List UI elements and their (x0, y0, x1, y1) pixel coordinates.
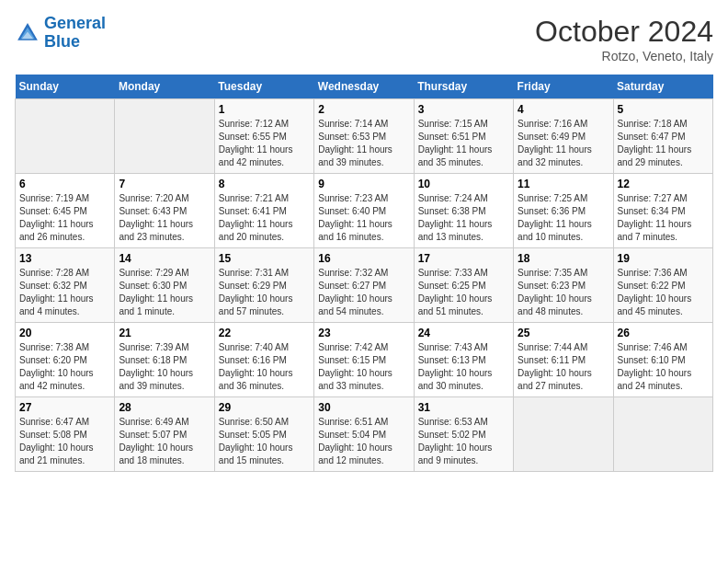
calendar-cell: 18Sunrise: 7:35 AMSunset: 6:23 PMDayligh… (514, 248, 613, 323)
day-info: Sunrise: 7:16 AMSunset: 6:49 PMDaylight:… (518, 118, 609, 169)
calendar-cell: 28Sunrise: 6:49 AMSunset: 5:07 PMDayligh… (115, 397, 214, 472)
day-number: 18 (518, 252, 609, 265)
day-number: 26 (618, 327, 709, 339)
title-block: October 2024 Rotzo, Veneto, Italy (535, 15, 713, 63)
calendar-cell: 17Sunrise: 7:33 AMSunset: 6:25 PMDayligh… (414, 248, 513, 323)
calendar-cell (514, 397, 613, 472)
day-info: Sunrise: 7:25 AMSunset: 6:36 PMDaylight:… (518, 192, 609, 244)
day-info: Sunrise: 7:23 AMSunset: 6:40 PMDaylight:… (318, 192, 409, 244)
day-info: Sunrise: 7:40 AMSunset: 6:16 PMDaylight:… (219, 341, 310, 393)
weekday-header-thursday: Thursday (414, 75, 513, 99)
day-number: 2 (318, 103, 409, 116)
calendar-cell: 4Sunrise: 7:16 AMSunset: 6:49 PMDaylight… (514, 99, 613, 174)
day-number: 10 (418, 178, 509, 190)
calendar-cell: 9Sunrise: 7:23 AMSunset: 6:40 PMDaylight… (314, 174, 414, 248)
day-info: Sunrise: 7:31 AMSunset: 6:29 PMDaylight:… (219, 267, 310, 318)
calendar-cell: 1Sunrise: 7:12 AMSunset: 6:55 PMDaylight… (214, 99, 313, 174)
day-info: Sunrise: 6:49 AMSunset: 5:07 PMDaylight:… (119, 416, 210, 467)
day-number: 6 (19, 178, 110, 190)
calendar-cell: 10Sunrise: 7:24 AMSunset: 6:38 PMDayligh… (414, 174, 513, 248)
weekday-header-sunday: Sunday (16, 75, 115, 99)
calendar-cell: 6Sunrise: 7:19 AMSunset: 6:45 PMDaylight… (16, 174, 115, 248)
day-info: Sunrise: 6:47 AMSunset: 5:08 PMDaylight:… (19, 416, 110, 467)
day-info: Sunrise: 7:29 AMSunset: 6:30 PMDaylight:… (119, 267, 210, 318)
page-header: General Blue October 2024 Rotzo, Veneto,… (15, 15, 713, 63)
day-info: Sunrise: 7:28 AMSunset: 6:32 PMDaylight:… (19, 267, 110, 318)
day-info: Sunrise: 7:33 AMSunset: 6:25 PMDaylight:… (418, 267, 509, 318)
day-number: 1 (219, 103, 310, 116)
day-info: Sunrise: 7:44 AMSunset: 6:11 PMDaylight:… (518, 341, 609, 393)
weekday-header-friday: Friday (514, 75, 613, 99)
day-info: Sunrise: 7:39 AMSunset: 6:18 PMDaylight:… (119, 341, 210, 393)
weekday-header-tuesday: Tuesday (214, 75, 313, 99)
logo-blue: Blue (44, 32, 80, 51)
calendar-cell: 25Sunrise: 7:44 AMSunset: 6:11 PMDayligh… (514, 323, 613, 397)
day-info: Sunrise: 7:38 AMSunset: 6:20 PMDaylight:… (19, 341, 110, 393)
day-info: Sunrise: 7:24 AMSunset: 6:38 PMDaylight:… (418, 192, 509, 244)
day-info: Sunrise: 7:27 AMSunset: 6:34 PMDaylight:… (618, 192, 709, 244)
calendar-cell: 11Sunrise: 7:25 AMSunset: 6:36 PMDayligh… (514, 174, 613, 248)
calendar-cell: 3Sunrise: 7:15 AMSunset: 6:51 PMDaylight… (414, 99, 513, 174)
calendar-week-5: 27Sunrise: 6:47 AMSunset: 5:08 PMDayligh… (16, 397, 713, 472)
location-subtitle: Rotzo, Veneto, Italy (535, 49, 713, 63)
logo: General Blue (15, 15, 106, 52)
day-number: 17 (418, 252, 509, 265)
day-info: Sunrise: 7:21 AMSunset: 6:41 PMDaylight:… (219, 192, 310, 244)
day-info: Sunrise: 7:32 AMSunset: 6:27 PMDaylight:… (318, 267, 409, 318)
day-info: Sunrise: 7:20 AMSunset: 6:43 PMDaylight:… (119, 192, 210, 244)
day-number: 27 (19, 401, 110, 414)
calendar-week-1: 1Sunrise: 7:12 AMSunset: 6:55 PMDaylight… (16, 99, 713, 174)
day-number: 3 (418, 103, 509, 116)
calendar-cell: 5Sunrise: 7:18 AMSunset: 6:47 PMDaylight… (613, 99, 712, 174)
calendar-cell: 15Sunrise: 7:31 AMSunset: 6:29 PMDayligh… (214, 248, 313, 323)
day-info: Sunrise: 6:51 AMSunset: 5:04 PMDaylight:… (318, 416, 409, 467)
day-info: Sunrise: 7:43 AMSunset: 6:13 PMDaylight:… (418, 341, 509, 393)
day-number: 29 (219, 401, 310, 414)
day-number: 15 (219, 252, 310, 265)
logo-general: General (44, 14, 106, 32)
day-number: 20 (19, 327, 110, 339)
day-info: Sunrise: 7:14 AMSunset: 6:53 PMDaylight:… (318, 118, 409, 169)
calendar-cell: 20Sunrise: 7:38 AMSunset: 6:20 PMDayligh… (16, 323, 115, 397)
day-number: 24 (418, 327, 509, 339)
calendar-cell: 26Sunrise: 7:46 AMSunset: 6:10 PMDayligh… (613, 323, 712, 397)
day-number: 4 (518, 103, 609, 116)
weekday-header-saturday: Saturday (613, 75, 712, 99)
day-number: 30 (318, 401, 409, 414)
calendar-cell: 16Sunrise: 7:32 AMSunset: 6:27 PMDayligh… (314, 248, 414, 323)
day-info: Sunrise: 7:36 AMSunset: 6:22 PMDaylight:… (618, 267, 709, 318)
day-number: 7 (119, 178, 210, 190)
calendar-cell: 14Sunrise: 7:29 AMSunset: 6:30 PMDayligh… (115, 248, 214, 323)
calendar-cell: 12Sunrise: 7:27 AMSunset: 6:34 PMDayligh… (613, 174, 712, 248)
day-number: 28 (119, 401, 210, 414)
day-number: 23 (318, 327, 409, 339)
calendar-cell: 21Sunrise: 7:39 AMSunset: 6:18 PMDayligh… (115, 323, 214, 397)
day-info: Sunrise: 7:35 AMSunset: 6:23 PMDaylight:… (518, 267, 609, 318)
logo-icon (15, 20, 40, 46)
calendar-table: SundayMondayTuesdayWednesdayThursdayFrid… (15, 75, 713, 472)
calendar-cell: 23Sunrise: 7:42 AMSunset: 6:15 PMDayligh… (314, 323, 414, 397)
day-number: 11 (518, 178, 609, 190)
day-number: 12 (618, 178, 709, 190)
day-number: 8 (219, 178, 310, 190)
day-number: 31 (418, 401, 509, 414)
day-number: 14 (119, 252, 210, 265)
day-info: Sunrise: 7:19 AMSunset: 6:45 PMDaylight:… (19, 192, 110, 244)
logo-text: General Blue (44, 15, 106, 52)
calendar-cell: 27Sunrise: 6:47 AMSunset: 5:08 PMDayligh… (16, 397, 115, 472)
calendar-cell: 22Sunrise: 7:40 AMSunset: 6:16 PMDayligh… (214, 323, 313, 397)
day-info: Sunrise: 6:50 AMSunset: 5:05 PMDaylight:… (219, 416, 310, 467)
day-number: 19 (618, 252, 709, 265)
day-info: Sunrise: 6:53 AMSunset: 5:02 PMDaylight:… (418, 416, 509, 467)
day-number: 16 (318, 252, 409, 265)
day-number: 5 (618, 103, 709, 116)
month-title: October 2024 (535, 15, 713, 49)
day-info: Sunrise: 7:18 AMSunset: 6:47 PMDaylight:… (618, 118, 709, 169)
day-info: Sunrise: 7:42 AMSunset: 6:15 PMDaylight:… (318, 341, 409, 393)
calendar-cell (16, 99, 115, 174)
day-number: 21 (119, 327, 210, 339)
day-number: 13 (19, 252, 110, 265)
calendar-cell: 19Sunrise: 7:36 AMSunset: 6:22 PMDayligh… (613, 248, 712, 323)
day-number: 22 (219, 327, 310, 339)
day-info: Sunrise: 7:46 AMSunset: 6:10 PMDaylight:… (618, 341, 709, 393)
